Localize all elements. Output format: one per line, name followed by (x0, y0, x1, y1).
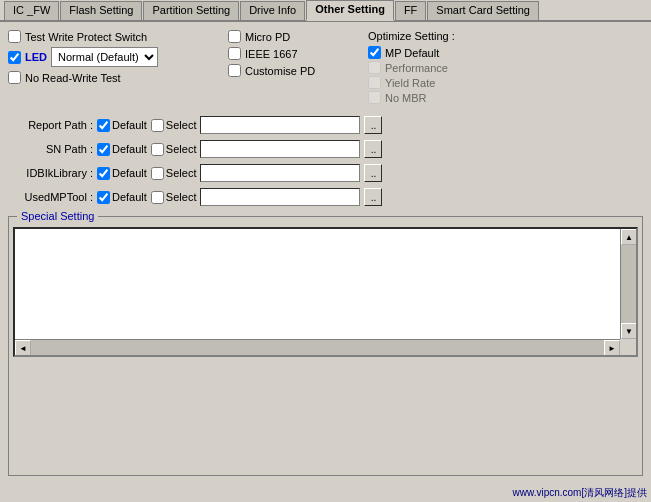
no-mbr-label: No MBR (385, 92, 427, 104)
idblk-browse-button[interactable]: .. (364, 164, 382, 182)
led-row: LED Normal (Default) Disable Custom (8, 47, 208, 67)
scroll-right-button[interactable]: ► (604, 340, 620, 356)
idblk-library-row: IDBIkLibrary : Default Select .. (8, 162, 643, 184)
report-select-checkbox[interactable] (151, 119, 164, 132)
mp-default-label: MP Default (385, 47, 439, 59)
test-write-protect-row: Test Write Protect Switch (8, 30, 208, 43)
special-setting-section: Special Setting ▲ ▼ ◄ ► (8, 216, 643, 476)
tab-drive-info[interactable]: Drive Info (240, 1, 305, 20)
usedmptool-label: UsedMPTool : (8, 191, 93, 203)
scroll-track-vertical[interactable] (621, 245, 636, 323)
horizontal-scrollbar[interactable]: ◄ ► (15, 339, 620, 355)
ieee-1667-label: IEEE 1667 (245, 48, 298, 60)
performance-checkbox[interactable] (368, 61, 381, 74)
tab-ff[interactable]: FF (395, 1, 426, 20)
tab-ic-fw[interactable]: IC _FW (4, 1, 59, 20)
sn-select-label: Select (166, 143, 197, 155)
sn-path-row: SN Path : Default Select .. (8, 138, 643, 160)
scroll-corner (620, 339, 636, 355)
sn-default-checkbox[interactable] (97, 143, 110, 156)
idblk-select-checkbox[interactable] (151, 167, 164, 180)
yield-rate-label: Yield Rate (385, 77, 435, 89)
report-path-label: Report Path : (8, 119, 93, 131)
no-read-write-row: No Read-Write Test (8, 71, 208, 84)
left-column: Test Write Protect Switch LED Normal (De… (8, 30, 208, 104)
tab-partition-setting[interactable]: Partition Setting (143, 1, 239, 20)
report-path-default: Default (97, 119, 147, 132)
usedmptool-default-label: Default (112, 191, 147, 203)
idblk-select-label: Select (166, 167, 197, 179)
special-setting-title: Special Setting (17, 210, 98, 222)
usedmptool-path-input[interactable] (200, 188, 360, 206)
led-checkbox[interactable] (8, 51, 21, 64)
sn-path-input[interactable] (200, 140, 360, 158)
micro-pd-checkbox[interactable] (228, 30, 241, 43)
tab-flash-setting[interactable]: Flash Setting (60, 1, 142, 20)
customise-pd-checkbox[interactable] (228, 64, 241, 77)
led-dropdown[interactable]: Normal (Default) Disable Custom (51, 47, 158, 67)
report-default-label: Default (112, 119, 147, 131)
paths-section: Report Path : Default Select .. SN Path … (8, 114, 643, 208)
idblk-default-label: Default (112, 167, 147, 179)
special-setting-textarea[interactable]: ▲ ▼ ◄ ► (13, 227, 638, 357)
idblk-path-input[interactable] (200, 164, 360, 182)
usedmptool-browse-button[interactable]: .. (364, 188, 382, 206)
mid-column: Micro PD IEEE 1667 Customise PD (228, 30, 348, 104)
usedmptool-select-checkbox[interactable] (151, 191, 164, 204)
tab-other-setting[interactable]: Other Setting (306, 0, 394, 21)
sn-path-label: SN Path : (8, 143, 93, 155)
no-mbr-row: No MBR (368, 91, 455, 104)
content-area: Test Write Protect Switch LED Normal (De… (0, 22, 651, 484)
report-path-input[interactable] (200, 116, 360, 134)
scroll-up-button[interactable]: ▲ (621, 229, 637, 245)
usedmptool-row: UsedMPTool : Default Select .. (8, 186, 643, 208)
tab-smart-card[interactable]: Smart Card Setting (427, 1, 539, 20)
sn-default-label: Default (112, 143, 147, 155)
usedmptool-select-label: Select (166, 191, 197, 203)
right-column: Optimize Setting : MP Default Performanc… (368, 30, 455, 104)
test-write-protect-checkbox[interactable] (8, 30, 21, 43)
yield-rate-checkbox[interactable] (368, 76, 381, 89)
sn-select-checkbox[interactable] (151, 143, 164, 156)
vertical-scrollbar[interactable]: ▲ ▼ (620, 229, 636, 339)
no-read-write-label: No Read-Write Test (25, 72, 121, 84)
customise-pd-row: Customise PD (228, 64, 348, 77)
idblk-default-checkbox[interactable] (97, 167, 110, 180)
no-mbr-checkbox[interactable] (368, 91, 381, 104)
no-read-write-checkbox[interactable] (8, 71, 21, 84)
idblk-path-select: Select (151, 167, 197, 180)
report-path-select: Select (151, 119, 197, 132)
scroll-track-horizontal[interactable] (31, 340, 604, 355)
report-path-row: Report Path : Default Select .. (8, 114, 643, 136)
report-browse-button[interactable]: .. (364, 116, 382, 134)
watermark: www.vipcn.com[清风网络]提供 (0, 484, 651, 502)
yield-rate-row: Yield Rate (368, 76, 455, 89)
test-write-protect-label: Test Write Protect Switch (25, 31, 147, 43)
sn-path-select: Select (151, 143, 197, 156)
mp-default-row: MP Default (368, 46, 455, 59)
led-label: LED (25, 51, 47, 63)
usedmptool-default-checkbox[interactable] (97, 191, 110, 204)
customise-pd-label: Customise PD (245, 65, 315, 77)
usedmptool-default: Default (97, 191, 147, 204)
performance-label: Performance (385, 62, 448, 74)
scroll-down-button[interactable]: ▼ (621, 323, 637, 339)
sn-browse-button[interactable]: .. (364, 140, 382, 158)
ieee-1667-checkbox[interactable] (228, 47, 241, 60)
ieee-1667-row: IEEE 1667 (228, 47, 348, 60)
micro-pd-row: Micro PD (228, 30, 348, 43)
sn-path-default: Default (97, 143, 147, 156)
main-window: IC _FW Flash Setting Partition Setting D… (0, 0, 651, 502)
idblk-path-default: Default (97, 167, 147, 180)
performance-row: Performance (368, 61, 455, 74)
micro-pd-label: Micro PD (245, 31, 290, 43)
top-section: Test Write Protect Switch LED Normal (De… (8, 30, 643, 104)
mp-default-checkbox[interactable] (368, 46, 381, 59)
optimize-label: Optimize Setting : (368, 30, 455, 42)
scroll-left-button[interactable]: ◄ (15, 340, 31, 356)
tab-bar: IC _FW Flash Setting Partition Setting D… (0, 0, 651, 22)
report-default-checkbox[interactable] (97, 119, 110, 132)
idblk-library-label: IDBIkLibrary : (8, 167, 93, 179)
report-select-label: Select (166, 119, 197, 131)
usedmptool-path-select: Select (151, 191, 197, 204)
